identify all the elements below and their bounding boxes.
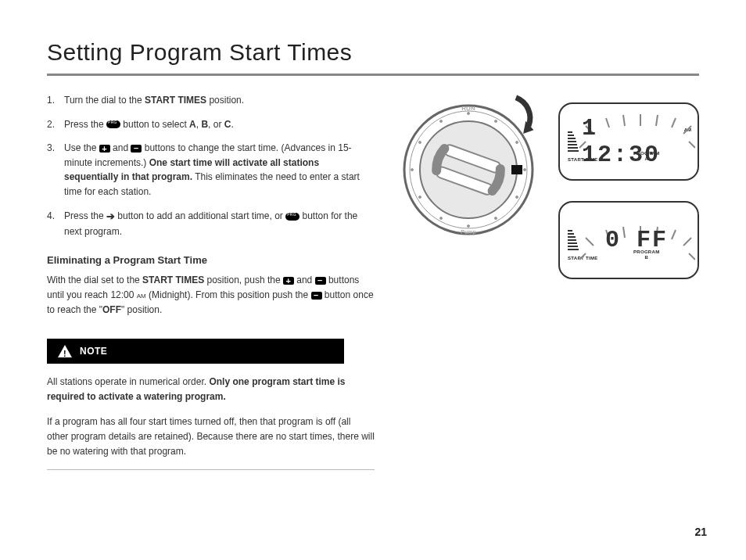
step-4: Press the ➔ button to add an additional …	[47, 209, 375, 239]
svg-point-13	[419, 142, 421, 144]
svg-line-33	[672, 230, 676, 239]
prg-button-icon	[106, 120, 120, 128]
note-bar: NOTE	[47, 339, 344, 364]
svg-point-3	[468, 113, 470, 115]
svg-point-7	[516, 196, 518, 199]
svg-point-11	[419, 196, 421, 199]
svg-point-12	[411, 169, 414, 171]
svg-point-14	[440, 120, 443, 123]
warning-triangle-icon	[58, 345, 72, 357]
svg-point-9	[468, 225, 470, 228]
dial-illustration: RUN Pump	[398, 99, 539, 240]
page-number: 21	[694, 526, 707, 538]
title-rule	[47, 74, 699, 76]
prg-button-icon	[285, 213, 299, 221]
step-2: Press the button to select A, B, or C.	[47, 117, 375, 132]
plus-button-icon	[283, 277, 294, 285]
right-arrow-icon: ➔	[106, 209, 115, 224]
dial-run-label: RUN	[461, 105, 475, 112]
step-3: Use the and buttons to change the start …	[47, 141, 375, 199]
note-label: NOTE	[80, 344, 107, 359]
level-bars-icon	[568, 230, 579, 250]
step-1: Turn the dial to the START TIMES positio…	[47, 93, 375, 108]
svg-line-35	[689, 253, 695, 260]
svg-point-4	[495, 120, 497, 123]
svg-point-5	[516, 142, 518, 144]
svg-line-34	[683, 238, 691, 246]
lcd-display-time: 1 12:30 START TIME PROGRAMA AM	[558, 102, 699, 181]
eliminate-heading: Eliminating a Program Start Time	[47, 253, 375, 268]
level-bars-icon	[568, 131, 579, 152]
instruction-column: Turn the dial to the START TIMES positio…	[47, 93, 375, 470]
lcd-display-off: 0 FF START TIME PROGRAMB	[558, 201, 699, 279]
svg-point-6	[524, 169, 526, 171]
minus-button-icon	[311, 292, 322, 300]
note-paragraph-2: If a program has all four start times tu…	[47, 415, 375, 458]
svg-rect-17	[511, 165, 522, 174]
minus-button-icon	[131, 145, 142, 153]
eliminate-paragraph: With the dial set to the START TIMES pos…	[47, 273, 375, 317]
dial-pump-label: Pump	[461, 229, 475, 235]
svg-line-28	[586, 238, 594, 246]
minus-button-icon	[315, 277, 326, 285]
svg-point-10	[440, 217, 443, 220]
svg-point-8	[495, 217, 497, 220]
page-title: Setting Program Start Times	[47, 39, 699, 66]
svg-line-27	[579, 253, 586, 260]
lcd-digits: 1 12:30	[582, 115, 691, 168]
note-paragraph-1: All stations operate in numerical order.…	[47, 375, 375, 404]
steps-list: Turn the dial to the START TIMES positio…	[47, 93, 375, 239]
plus-button-icon	[99, 145, 110, 153]
section-rule	[47, 469, 375, 470]
lcd-digits: 0 FF	[605, 227, 668, 253]
